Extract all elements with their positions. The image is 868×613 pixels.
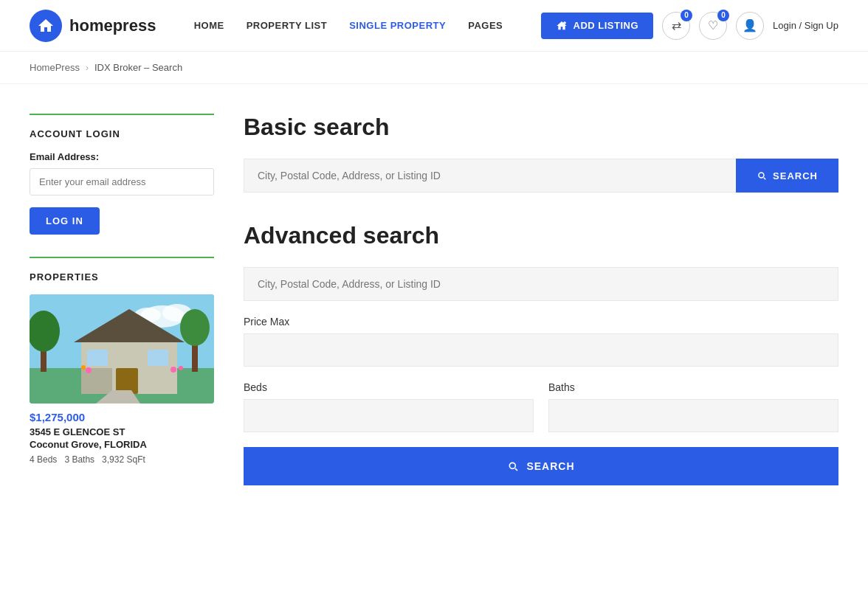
nav-pages[interactable]: PAGES: [468, 20, 503, 31]
basic-search-input[interactable]: [244, 159, 736, 193]
properties-section: PROPERTIES: [30, 257, 214, 465]
wishlist-button[interactable]: ♡ 0: [699, 12, 727, 40]
wishlist-badge: 0: [717, 10, 729, 21]
user-icon: 👤: [743, 18, 757, 32]
main-layout: ACCOUNT LOGIN Email Address: LOG IN PROP…: [0, 84, 868, 531]
baths-column: Baths: [548, 381, 838, 432]
basic-search-label: SEARCH: [773, 170, 818, 181]
main-nav: HOME PROPERTY LIST SINGLE PROPERTY PAGES: [194, 20, 503, 31]
properties-divider: [30, 257, 214, 258]
search-icon: [757, 170, 767, 181]
svg-point-14: [86, 367, 92, 373]
compare-button[interactable]: ⇄ 0: [662, 12, 690, 40]
property-baths: 3 Baths: [64, 454, 94, 465]
account-login-section: ACCOUNT LOGIN Email Address: LOG IN: [30, 114, 214, 235]
property-address: 3545 E GLENCOE ST: [30, 426, 214, 437]
logo[interactable]: homepress: [30, 10, 156, 42]
property-location: Coconut Grove, FLORIDA: [30, 439, 214, 450]
user-button[interactable]: 👤: [736, 12, 764, 40]
breadcrumb: HomePress › IDX Broker – Search: [0, 52, 868, 84]
main-content: Basic search SEARCH Advanced search Pric…: [244, 114, 838, 487]
baths-input[interactable]: [548, 399, 838, 432]
login-button[interactable]: LOG IN: [30, 207, 100, 235]
beds-baths-row: Beds Baths: [244, 381, 838, 432]
email-label: Email Address:: [30, 151, 214, 162]
nav-home[interactable]: HOME: [194, 20, 224, 31]
add-listing-icon: [556, 20, 568, 32]
nav-property-list[interactable]: PROPERTY LIST: [247, 20, 328, 31]
compare-icon: ⇄: [672, 18, 681, 32]
property-image: [30, 294, 214, 404]
login-divider: [30, 114, 214, 115]
price-max-input[interactable]: [244, 333, 838, 367]
account-login-title: ACCOUNT LOGIN: [30, 128, 214, 139]
beds-column: Beds: [244, 381, 534, 432]
heart-icon: ♡: [708, 18, 718, 32]
property-beds: 4 Beds: [30, 454, 57, 465]
advanced-search-icon: [507, 460, 519, 472]
price-max-label: Price Max: [244, 316, 838, 328]
sidebar: ACCOUNT LOGIN Email Address: LOG IN PROP…: [30, 114, 214, 487]
add-listing-button[interactable]: ADD LISTING: [541, 13, 654, 39]
basic-search-title: Basic search: [244, 114, 838, 141]
login-link[interactable]: Login / Sign Up: [773, 20, 838, 31]
beds-label: Beds: [244, 381, 534, 393]
breadcrumb-current: IDX Broker – Search: [94, 62, 182, 73]
logo-text: homepress: [69, 16, 156, 35]
header: homepress HOME PROPERTY LIST SINGLE PROP…: [0, 0, 868, 52]
baths-label: Baths: [548, 381, 838, 393]
svg-rect-10: [87, 350, 108, 366]
breadcrumb-home[interactable]: HomePress: [30, 62, 80, 73]
property-sqft: 3,932 SqFt: [102, 454, 145, 465]
property-meta: 4 Beds 3 Baths 3,932 SqFt: [30, 454, 214, 465]
beds-input[interactable]: [244, 399, 534, 432]
header-right: ADD LISTING ⇄ 0 ♡ 0 👤 Login / Sign Up: [541, 12, 838, 40]
logo-icon: [30, 10, 62, 42]
advanced-search-label: SEARCH: [526, 460, 574, 472]
email-input[interactable]: [30, 168, 214, 195]
advanced-search-button[interactable]: SEARCH: [244, 447, 838, 485]
basic-search-button[interactable]: SEARCH: [736, 159, 838, 193]
compare-badge: 0: [681, 10, 692, 21]
svg-rect-12: [81, 368, 112, 394]
svg-point-16: [170, 367, 176, 373]
properties-title: PROPERTIES: [30, 271, 214, 283]
add-listing-label: ADD LISTING: [574, 20, 639, 31]
svg-rect-11: [148, 350, 168, 366]
basic-search-row: SEARCH: [244, 159, 838, 193]
svg-point-17: [179, 366, 183, 370]
svg-point-15: [81, 365, 86, 370]
svg-point-19: [180, 309, 210, 346]
svg-rect-9: [116, 368, 138, 394]
nav-single-property[interactable]: SINGLE PROPERTY: [349, 20, 446, 31]
breadcrumb-separator: ›: [86, 63, 89, 73]
property-price: $1,275,000: [30, 411, 214, 423]
advanced-search-input[interactable]: [244, 267, 838, 301]
property-card[interactable]: $1,275,000 3545 E GLENCOE ST Coconut Gro…: [30, 294, 214, 465]
advanced-search-title: Advanced search: [244, 222, 838, 249]
